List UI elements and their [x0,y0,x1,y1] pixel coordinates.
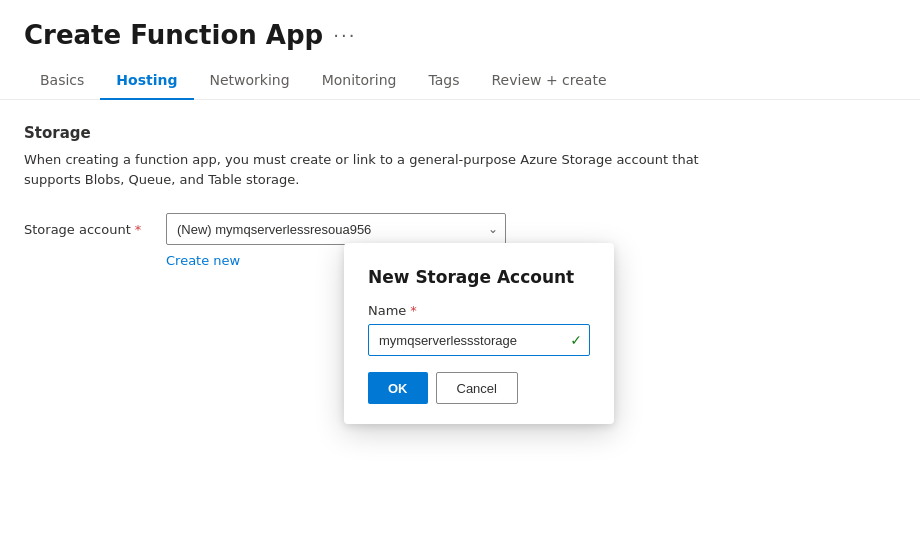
storage-account-label: Storage account * [24,222,154,237]
dialog-title: New Storage Account [368,267,590,287]
storage-account-row: Storage account * (New) mymqserverlessre… [24,213,896,245]
tabs-bar: Basics Hosting Networking Monitoring Tag… [0,62,920,100]
page-title: Create Function App [24,20,323,50]
content-area: Storage When creating a function app, yo… [0,100,920,292]
page-header: Create Function App ··· [0,0,920,62]
storage-account-select[interactable]: (New) mymqserverlessresoua956 [166,213,506,245]
new-storage-account-dialog: New Storage Account Name * ✓ OK Cancel [344,243,614,424]
required-indicator: * [135,222,142,237]
tab-tags[interactable]: Tags [413,62,476,100]
tab-hosting[interactable]: Hosting [100,62,193,100]
cancel-button[interactable]: Cancel [436,372,518,404]
tab-review-create[interactable]: Review + create [476,62,623,100]
more-options-icon[interactable]: ··· [333,25,356,46]
dialog-required-star: * [410,303,417,318]
ok-button[interactable]: OK [368,372,428,404]
tab-networking[interactable]: Networking [194,62,306,100]
storage-account-select-wrapper: (New) mymqserverlessresoua956 ⌄ [166,213,506,245]
section-title: Storage [24,124,896,142]
section-description: When creating a function app, you must c… [24,150,704,189]
dialog-input-wrapper: ✓ [368,324,590,356]
tab-basics[interactable]: Basics [24,62,100,100]
storage-account-name-input[interactable] [368,324,590,356]
dialog-container: Create new New Storage Account Name * ✓ … [24,253,896,268]
dialog-actions: OK Cancel [368,372,590,404]
dialog-name-label: Name * [368,303,590,318]
tab-monitoring[interactable]: Monitoring [306,62,413,100]
